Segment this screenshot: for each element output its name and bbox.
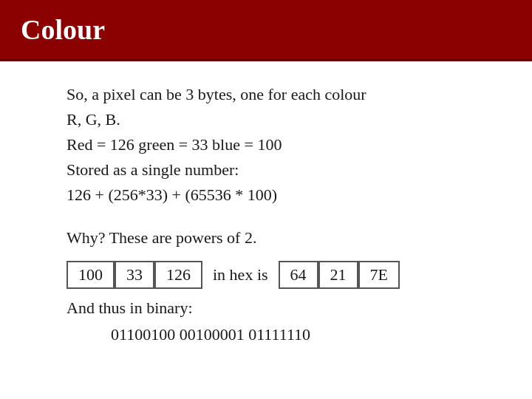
hex-result-3: 7E <box>358 261 400 289</box>
binary-section: And thus in binary: 01100100 00100001 01… <box>66 295 466 347</box>
hex-cell-green: 33 <box>115 261 154 289</box>
content: So, a pixel can be 3 bytes, one for each… <box>0 61 532 399</box>
why-text: Why? These are powers of 2. <box>66 228 256 247</box>
line1: So, a pixel can be 3 bytes, one for each… <box>66 85 366 103</box>
header-title: Colour <box>21 13 105 46</box>
binary-value: 01100100 00100001 01111110 <box>111 325 310 344</box>
line5: 126 + (256*33) + (65536 * 100) <box>66 185 277 204</box>
main-paragraph: So, a pixel can be 3 bytes, one for each… <box>66 82 466 208</box>
hex-result-1: 64 <box>279 261 318 289</box>
hex-cell-red: 126 <box>154 261 202 289</box>
slide: Colour So, a pixel can be 3 bytes, one f… <box>0 0 532 399</box>
line2: R, G, B. <box>66 110 120 129</box>
hex-row: 100 33 126 in hex is 64 21 7E <box>66 261 466 289</box>
line3: Red = 126 green = 33 blue = 100 <box>66 135 282 154</box>
line4: Stored as a single number: <box>66 160 239 179</box>
hex-result-2: 21 <box>318 261 358 289</box>
why-paragraph: Why? These are powers of 2. <box>66 228 466 248</box>
hex-label: in hex is <box>213 265 268 284</box>
hex-cell-blue: 100 <box>66 261 115 289</box>
header: Colour <box>0 0 532 61</box>
binary-label: And thus in binary: <box>66 299 193 317</box>
